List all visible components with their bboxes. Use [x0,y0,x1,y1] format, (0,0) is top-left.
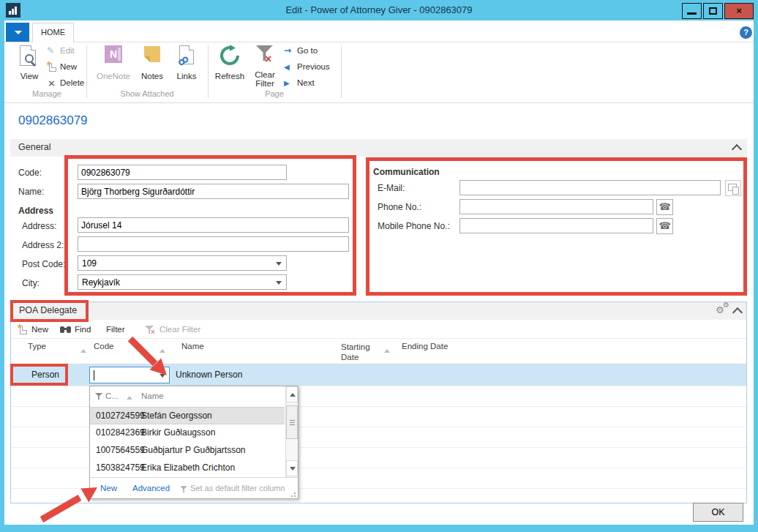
scroll-up-icon [290,393,296,397]
ribbon-group-page: Page [211,89,338,100]
ribbon-separator [86,45,87,98]
help-icon: ? [743,28,748,37]
filter-funnel-icon [95,393,102,401]
list-item[interactable]: 0102724599 Stefán Georgsson [90,407,285,424]
sort-arrow-icon [160,349,165,353]
row-name-cell[interactable]: Unknown Person [176,370,242,380]
clear-filter-button[interactable]: × Clear Filter [249,44,281,89]
goto-arrow-icon: → [284,45,291,56]
address2-label: Address 2: [22,240,64,252]
collapse-chevron-icon[interactable] [732,307,743,318]
collapse-chevron-icon[interactable] [732,144,742,154]
email-field[interactable] [459,180,721,195]
dropdown-new-link[interactable]: New [100,484,117,492]
scroll-down-button[interactable] [286,460,298,476]
view-label: View [13,72,45,80]
sort-arrow-icon [127,396,132,400]
grid-new-label: New [31,325,48,334]
onenote-icon: N [105,45,122,63]
onenote-button[interactable]: N OneNote [94,45,133,89]
column-header-type[interactable]: Type [28,342,46,351]
dropdown-advanced-link[interactable]: Advanced [132,484,170,492]
chevron-down-icon [15,31,22,34]
binoculars-icon [60,326,71,333]
address-field[interactable] [78,217,349,233]
ok-button[interactable]: OK [693,503,743,522]
sort-arrow-icon [384,349,390,353]
poa-section-header[interactable]: POA Delegate ⚙ ⚙ [11,302,746,320]
poa-section-label: POA Delegate [19,305,77,315]
row-type-cell[interactable]: Person [31,370,59,380]
scroll-up-button[interactable] [286,386,298,402]
general-section-label: General [18,142,50,152]
item-code: 1007564559 [96,445,145,455]
sort-arrow-icon [80,349,86,353]
item-name: Birkir Guðlaugsson [141,427,215,438]
post-code-combobox[interactable]: 109 [78,255,287,271]
column-header-name[interactable]: Name [181,342,204,351]
dropdown-scrollbar[interactable] [285,386,298,477]
gear-icon: ⚙ [723,301,729,309]
new-label: New [60,62,77,71]
list-item[interactable]: 1503824759 Erika Elizabeth Crichton [90,460,285,477]
delete-label: Delete [60,78,84,87]
code-lookup-dropdown: C... Name 0102724599 Stefán Georgsson 01… [89,386,299,499]
ribbon-group-manage: Manage [10,89,83,100]
dropdown-column-code[interactable]: C... [105,391,119,400]
view-button[interactable]: View [13,45,45,89]
city-combobox[interactable]: Reykjavík [78,274,287,290]
phone-field[interactable] [459,199,653,214]
email-assist-icon[interactable] [725,180,741,196]
ribbon-separator [208,45,209,98]
minimize-button[interactable] [682,3,702,19]
scroll-thumb[interactable] [286,405,298,439]
name-field[interactable] [78,184,349,199]
application-menu-button[interactable] [6,23,29,42]
links-button[interactable]: Links [173,45,200,89]
clear-filter-label: Clear Filter [249,70,281,88]
window-border-bottom [0,525,758,532]
tab-home[interactable]: HOME [32,23,74,42]
refresh-icon [219,45,241,67]
dropdown-column-name[interactable]: Name [141,391,164,400]
item-name: Guðbjartur P Guðbjartsson [141,445,246,455]
sparkle-icon: * [47,61,50,69]
refresh-label: Refresh [212,72,247,80]
item-code: 0102724599 [96,411,145,421]
maximize-icon [709,7,717,15]
filter-funnel-icon [180,486,187,493]
refresh-button[interactable]: Refresh [212,44,247,89]
row-code-combobox[interactable] [89,367,170,383]
chevron-down-icon [276,281,282,285]
maximize-button[interactable] [703,3,723,19]
mobile-dial-button[interactable]: ☎ [656,218,673,234]
grid-filter-button[interactable]: Filter [106,325,125,334]
item-code: 1503824759 [96,462,145,473]
close-button[interactable]: × [724,3,754,19]
notes-label: Notes [136,72,168,80]
window-title: Edit - Power of Attorney Giver - 0902863… [0,0,758,20]
edit-label: Edit [60,46,75,55]
text-caret [94,370,94,381]
help-button[interactable]: ? [740,26,752,39]
delete-x-icon: × [48,78,56,89]
phone-label: Phone No.: [378,202,421,214]
notes-button[interactable]: Notes [136,45,168,89]
column-header-starting-date[interactable]: Starting Date [341,342,379,362]
item-code: 0102842369 [96,427,145,438]
window-border-right [754,20,758,532]
general-section-header[interactable]: General [10,139,747,157]
mobile-phone-field[interactable] [459,218,653,233]
chevron-down-icon[interactable] [160,374,165,378]
column-header-code[interactable]: Code [94,342,114,351]
column-header-ending-date[interactable]: Ending Date [402,342,448,351]
previous-label: Previous [297,62,330,71]
code-field[interactable] [78,165,287,180]
set-default-filter-label[interactable]: Set as default filter column [190,484,285,492]
list-item[interactable]: 0102842369 Birkir Guðlaugsson [90,424,285,442]
item-name: Erika Elizabeth Crichton [141,462,235,473]
address2-field[interactable] [78,236,349,252]
list-item[interactable]: 1007564559 Guðbjartur P Guðbjartsson [90,442,285,460]
phone-dial-button[interactable]: ☎ [656,199,673,215]
resize-grip[interactable] [290,491,296,497]
